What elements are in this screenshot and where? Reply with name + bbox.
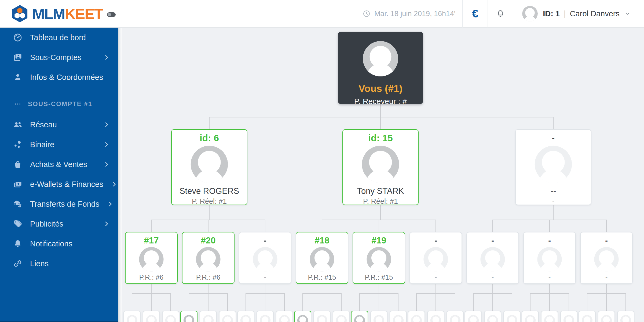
tree-node-l4-9[interactable] — [294, 311, 311, 322]
sidebar-item-publicites[interactable]: Publicités — [0, 214, 118, 234]
tree-connector — [302, 293, 303, 311]
notifications-button[interactable] — [488, 0, 513, 28]
tree-node-l4-7[interactable] — [257, 311, 274, 322]
currency-button[interactable]: € — [463, 0, 488, 28]
avatar — [467, 314, 480, 322]
sidebar-item-label: Achats & Ventes — [30, 160, 87, 169]
tree-node-l4-21[interactable] — [522, 311, 539, 322]
tree-connector — [587, 293, 587, 311]
tree-connector — [246, 293, 246, 311]
tree-connector — [208, 284, 208, 294]
tree-node-l2-0[interactable]: id: 6Steve ROGERSP. Réel: #1 — [171, 129, 247, 205]
sidebar-item-tableau-de-bord[interactable]: Tableau de bord — [0, 28, 118, 47]
sidebar-item-binaire[interactable]: Binaire — [0, 135, 118, 154]
tree-connector — [606, 220, 607, 232]
avatar — [164, 314, 177, 322]
tree-node-placement: P. Réel: #1 — [363, 197, 398, 206]
chevron-right-icon — [107, 201, 114, 208]
tree-node-placement: P.R.: #6 — [196, 273, 221, 282]
sidebar-item-liens[interactable]: Liens — [0, 254, 118, 273]
tree-connector — [606, 284, 607, 294]
tree-connector — [492, 284, 493, 294]
tree-connector — [553, 205, 554, 220]
tree-node-l3-4[interactable]: #19P.R.: #15 — [353, 232, 405, 284]
tree-node-l4-8[interactable] — [276, 311, 293, 322]
tree-connector — [473, 293, 474, 311]
avatar — [620, 314, 632, 322]
tree-node-l3-2[interactable]: -- — [239, 232, 291, 284]
tree-node-id: - — [605, 236, 608, 245]
tree-node-l4-17[interactable] — [447, 311, 464, 322]
sidebar-item-infos-coordonnees[interactable]: Infos & Coordonnées — [0, 67, 118, 87]
tree-node-l3-8[interactable]: -- — [580, 232, 633, 284]
avatar — [360, 39, 401, 79]
tree-node-l3-7[interactable]: -- — [523, 232, 576, 284]
sidebar-item-reseau[interactable]: Réseau — [0, 115, 118, 135]
sidebar-item-label: Réseau — [30, 120, 57, 129]
tree-node-l4-13[interactable] — [370, 311, 387, 322]
tree-node-l4-23[interactable] — [560, 311, 577, 322]
tree-node-l4-22[interactable] — [541, 311, 558, 322]
tree-node-l4-24[interactable] — [579, 311, 596, 322]
tree-node-l2-1[interactable]: id: 15Tony STARKP. Réel: #1 — [342, 129, 419, 205]
tree-node-root[interactable]: Vous (#1)P. Receveur : # — [338, 32, 423, 104]
tree-node-l4-1[interactable] — [143, 311, 160, 322]
logo-part-2: KEET — [65, 5, 103, 22]
tree-node-l4-11[interactable] — [333, 311, 350, 322]
tree-node-l3-5[interactable]: -- — [409, 232, 462, 284]
sidebar-item-achats-ventes[interactable]: Achats & Ventes — [0, 154, 118, 174]
chevron-right-icon — [103, 121, 110, 128]
tree-connector — [265, 284, 265, 294]
tree-node-l3-6[interactable]: -- — [466, 232, 519, 284]
sidebar-item-transferts-de-fonds[interactable]: Transferts de Fonds — [0, 194, 118, 214]
tree-node-l4-16[interactable] — [427, 311, 444, 322]
tree-node-l3-1[interactable]: #20P.R.: #6 — [182, 232, 235, 284]
binary-nodes-icon — [13, 140, 23, 149]
tree-node-l3-0[interactable]: #17P.R.: #6 — [125, 232, 178, 284]
sidebar-item-label: Tableau de bord — [30, 33, 86, 42]
tree-node-l4-2[interactable] — [162, 311, 179, 322]
avatar — [221, 314, 234, 322]
network-tree: Vous (#1)P. Receveur : #id: 6Steve ROGER… — [118, 28, 644, 322]
tree-node-l4-4[interactable] — [200, 311, 217, 322]
sidebar-item-label: Notifications — [30, 239, 72, 248]
tree-node-l4-25[interactable] — [598, 311, 615, 322]
tree-connector — [322, 284, 322, 294]
tree-node-l4-0[interactable] — [123, 311, 141, 322]
tree-node-l4-12[interactable] — [351, 311, 368, 322]
tags-icon — [13, 219, 23, 229]
tree-connector — [455, 293, 455, 311]
content-area: Vous (#1)P. Receveur : #id: 6Steve ROGER… — [118, 28, 644, 322]
sidebar-scrollbar[interactable] — [118, 28, 122, 322]
tree-node-id: #19 — [371, 236, 386, 245]
tree-node-l4-19[interactable] — [484, 311, 501, 322]
tree-node-l2-2[interactable]: ---- — [515, 129, 591, 205]
tree-node-placement: P.R.: #15 — [365, 273, 393, 282]
tree-node-l4-5[interactable] — [219, 311, 236, 322]
sidebar-toggle[interactable] — [107, 12, 116, 17]
avatar — [563, 314, 575, 322]
sidebar-item-e-wallets-finances[interactable]: e-Wallets & Finances — [0, 174, 118, 194]
tree-node-l4-6[interactable] — [237, 311, 254, 322]
tree-node-l4-18[interactable] — [465, 311, 482, 322]
logo-hexagon-icon — [11, 4, 28, 23]
euro-icon: € — [472, 7, 478, 20]
avatar — [532, 143, 575, 186]
tree-node-id: - — [552, 133, 555, 143]
tree-node-l4-3[interactable] — [180, 311, 197, 322]
clock-icon — [363, 10, 371, 18]
tree-node-id: - — [264, 236, 266, 245]
chevron-down-icon — [625, 11, 631, 17]
sidebar-item-label: Publicités — [30, 220, 63, 228]
sidebar-item-sous-comptes[interactable]: Sous-Comptes — [0, 47, 118, 67]
tree-node-l4-15[interactable] — [408, 311, 425, 322]
user-menu[interactable]: ID: 1 | Carol Danvers — [513, 0, 644, 28]
tree-node-l4-20[interactable] — [503, 311, 521, 322]
sidebar-item-notifications[interactable]: Notifications — [0, 234, 118, 254]
tree-node-l3-3[interactable]: #18P.R.: #15 — [296, 232, 348, 284]
tree-node-id: - — [491, 236, 494, 245]
tree-node-l4-10[interactable] — [313, 311, 331, 322]
tree-node-l4-26[interactable] — [617, 311, 634, 322]
tree-node-l4-14[interactable] — [390, 311, 407, 322]
chevron-right-icon — [103, 161, 110, 168]
